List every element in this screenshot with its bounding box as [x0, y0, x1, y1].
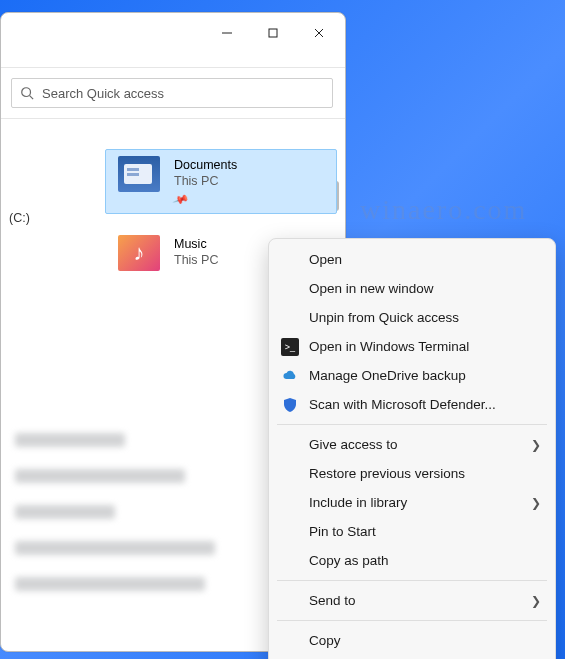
menu-item-give-access-to[interactable]: Give access to❯: [269, 430, 555, 459]
context-menu: OpenOpen in new windowUnpin from Quick a…: [268, 238, 556, 659]
menu-item-copy-as-path[interactable]: Copy as path: [269, 546, 555, 575]
menu-item-label: Include in library: [309, 495, 521, 510]
close-icon: [313, 27, 325, 39]
chevron-right-icon: ❯: [531, 438, 541, 452]
menu-item-send-to[interactable]: Send to❯: [269, 586, 555, 615]
menu-item-label: Pin to Start: [309, 524, 541, 539]
onedrive-icon: [281, 367, 299, 385]
menu-item-paste[interactable]: Paste: [269, 655, 555, 659]
menu-item-pin-to-start[interactable]: Pin to Start: [269, 517, 555, 546]
folder-location: This PC: [174, 173, 237, 189]
menu-item-label: Copy as path: [309, 553, 541, 568]
sidebar-drive-label[interactable]: (C:): [9, 211, 30, 225]
menu-item-label: Open in Windows Terminal: [309, 339, 541, 354]
menu-item-label: Scan with Microsoft Defender...: [309, 397, 541, 412]
menu-item-open-in-windows-terminal[interactable]: >_Open in Windows Terminal: [269, 332, 555, 361]
menu-item-label: Manage OneDrive backup: [309, 368, 541, 383]
minimize-icon: [221, 27, 233, 39]
chevron-right-icon: ❯: [531, 496, 541, 510]
defender-shield-icon: [281, 396, 299, 414]
pin-icon: 📌: [171, 189, 190, 209]
maximize-icon: [267, 27, 279, 39]
menu-item-open[interactable]: Open: [269, 245, 555, 274]
watermark: winaero.com: [360, 194, 527, 226]
menu-item-restore-previous-versions[interactable]: Restore previous versions: [269, 459, 555, 488]
menu-separator: [277, 424, 547, 425]
menu-item-label: Open: [309, 252, 541, 267]
blurred-list: [15, 433, 275, 613]
search-row: Search Quick access: [1, 68, 345, 118]
menu-item-open-in-new-window[interactable]: Open in new window: [269, 274, 555, 303]
titlebar: [1, 13, 345, 53]
folder-name: Documents: [174, 157, 237, 173]
maximize-button[interactable]: [251, 17, 295, 49]
search-input[interactable]: Search Quick access: [11, 78, 333, 108]
menu-item-label: Copy: [309, 633, 541, 648]
terminal-icon: >_: [281, 338, 299, 356]
music-folder-icon: [118, 235, 160, 271]
menu-item-label: Restore previous versions: [309, 466, 541, 481]
menu-item-copy[interactable]: Copy: [269, 626, 555, 655]
menu-item-label: Give access to: [309, 437, 521, 452]
chevron-right-icon: ❯: [531, 594, 541, 608]
menu-item-label: Unpin from Quick access: [309, 310, 541, 325]
folder-item-documents[interactable]: Documents This PC 📌: [105, 149, 337, 214]
menu-item-label: Open in new window: [309, 281, 541, 296]
minimize-button[interactable]: [205, 17, 249, 49]
menu-item-scan-with-microsoft-defender[interactable]: Scan with Microsoft Defender...: [269, 390, 555, 419]
menu-separator: [277, 620, 547, 621]
svg-rect-1: [269, 29, 277, 37]
search-icon: [20, 86, 34, 100]
close-button[interactable]: [297, 17, 341, 49]
documents-folder-icon: [118, 156, 160, 192]
menu-item-unpin-from-quick-access[interactable]: Unpin from Quick access: [269, 303, 555, 332]
svg-point-4: [22, 88, 31, 97]
menu-item-label: Send to: [309, 593, 521, 608]
search-placeholder: Search Quick access: [42, 86, 164, 101]
menu-item-manage-onedrive-backup[interactable]: Manage OneDrive backup: [269, 361, 555, 390]
svg-line-5: [30, 96, 34, 100]
folder-name: Music: [174, 236, 218, 252]
folder-location: This PC: [174, 252, 218, 268]
menu-separator: [277, 580, 547, 581]
menu-item-include-in-library[interactable]: Include in library❯: [269, 488, 555, 517]
